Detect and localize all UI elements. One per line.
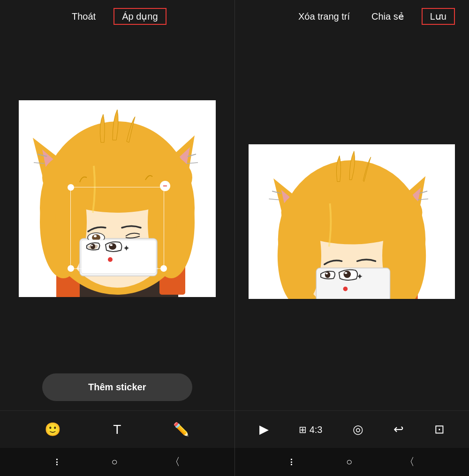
left-panel: Thoát Áp dụng <box>0 0 234 476</box>
left-image-area: ✦ − <box>0 33 234 364</box>
svg-point-51 <box>345 272 348 274</box>
svg-point-42 <box>281 181 423 245</box>
right-home-icon[interactable]: ○ <box>346 456 352 468</box>
right-panel: Xóa trang trí Chia sẻ Lưu <box>235 0 469 476</box>
apply-button[interactable]: Áp dụng <box>113 8 166 25</box>
clear-decoration-button[interactable]: Xóa trang trí <box>295 9 354 24</box>
result-image: ✦ <box>249 144 455 299</box>
left-home-icon[interactable]: ○ <box>112 456 118 468</box>
aspect-ratio-icon[interactable]: ⊞ 4:3 <box>299 424 322 435</box>
add-sticker-area: Thêm sticker <box>0 364 234 410</box>
right-back-icon[interactable]: 〈 <box>404 455 415 469</box>
left-toolbar: 🙂 T ✏️ <box>0 410 234 448</box>
text-tool-icon[interactable]: T <box>113 422 121 437</box>
corner-tl[interactable] <box>68 184 74 191</box>
sticker-selection-box[interactable]: − <box>70 187 164 269</box>
share-button[interactable]: Chia sẻ <box>368 9 408 24</box>
svg-point-50 <box>344 271 351 278</box>
left-menu-icon[interactable]: ⫶ <box>54 456 60 468</box>
right-menu-icon[interactable]: ⫶ <box>289 456 294 468</box>
svg-point-49 <box>325 273 328 275</box>
sticker-tool-icon[interactable]: 🙂 <box>45 422 61 437</box>
svg-point-53 <box>343 287 348 291</box>
svg-point-48 <box>325 272 331 278</box>
right-nav: ⫶ ○ 〈 <box>235 448 469 476</box>
play-icon[interactable]: ▶ <box>259 422 269 437</box>
left-header: Thoát Áp dụng <box>0 0 234 33</box>
result-canvas[interactable]: ✦ <box>249 144 455 299</box>
right-image-area: ✦ <box>235 33 469 410</box>
save-button[interactable]: Lưu <box>422 8 455 25</box>
add-sticker-button[interactable]: Thêm sticker <box>42 373 192 401</box>
filter-icon[interactable]: ◎ <box>353 422 363 437</box>
draw-tool-icon[interactable]: ✏️ <box>173 422 189 437</box>
character-canvas[interactable]: ✦ − <box>19 100 216 297</box>
right-toolbar: ▶ ⊞ 4:3 ◎ ↩ ⊡ <box>235 410 469 448</box>
left-back-icon[interactable]: 〈 <box>170 455 180 469</box>
svg-text:✦: ✦ <box>356 272 363 281</box>
right-header: Xóa trang trí Chia sẻ Lưu <box>235 0 469 33</box>
exit-button[interactable]: Thoát <box>68 9 99 24</box>
corner-br[interactable] <box>160 265 167 272</box>
rotate-icon[interactable]: ↩ <box>393 422 404 437</box>
left-nav: ⫶ ○ 〈 <box>0 448 234 476</box>
crop-icon[interactable]: ⊡ <box>434 422 445 437</box>
corner-bl[interactable] <box>68 265 74 272</box>
sticker-delete-button[interactable]: − <box>160 181 170 191</box>
